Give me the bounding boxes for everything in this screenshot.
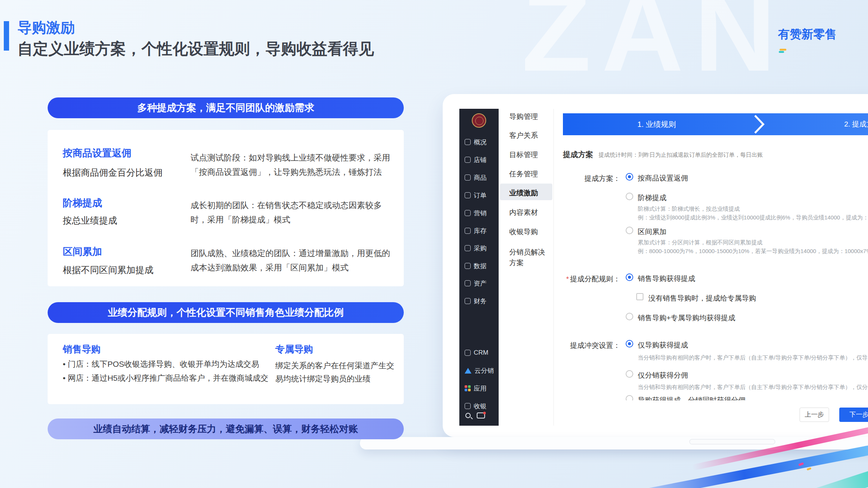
overview-icon (465, 139, 471, 145)
radio-allocation-sales-guide[interactable] (626, 273, 633, 281)
sidebar-item-cloud-distribution[interactable]: 云分销 (465, 366, 494, 375)
brand-mark-icon (780, 49, 786, 51)
order-icon (465, 192, 471, 198)
option-note: 例：8000-10000为7%，10000-15000为10%，若某一导购业绩为… (638, 248, 868, 255)
previous-step-button[interactable]: 上一步 (800, 408, 829, 422)
option-note: 累加式计算：分区间计算，根据不同区间累加提成 (638, 239, 868, 246)
option-note: 阶梯式计算：阶梯式增长，按总业绩提成 (638, 205, 868, 213)
data-icon (465, 263, 471, 269)
sidebar-item-overview[interactable]: 概况 (465, 137, 487, 147)
radio-label[interactable]: 仅导购获得提成 (638, 340, 688, 350)
step-commission-plan[interactable]: 2. 提成方案 (844, 113, 868, 135)
plan-description: 团队成熟、业绩稳定的团队：通过增量激励，用更低的成本达到激励效果，采用「区间累加… (191, 246, 393, 275)
plan-subtitle: 根据不同区间累加提成 (63, 264, 153, 276)
cloud-distribution-icon (465, 368, 471, 374)
sidebar-item-inventory[interactable]: 库存 (465, 226, 487, 235)
submenu-item-customer-relations[interactable]: 客户关系 (509, 131, 538, 141)
option-note: 当分销和导购有相同的客户时，客户下单后（自主下单/导购分享下单/分销分享下单），… (638, 354, 868, 361)
radio-label[interactable]: 仅分销获得分佣 (638, 371, 688, 380)
sidebar-item-apps[interactable]: 应用 (465, 384, 487, 393)
role-point: 门店：线下POS收银选择导购、收银开单均为达成交易 (63, 359, 274, 369)
section-title: 提成方案 (563, 150, 593, 160)
submenu-item-cashier-guide[interactable]: 收银导购 (509, 227, 538, 237)
app-logo[interactable] (472, 113, 486, 128)
banner-commission-plans: 多种提成方案，满足不同团队的激励需求 (48, 97, 404, 118)
radio-label[interactable]: 按商品设置返佣 (638, 173, 688, 183)
page-title: 导购激励 (17, 18, 75, 37)
marketing-icon (465, 210, 471, 216)
checkbox-no-sales-guide[interactable] (636, 293, 643, 300)
store-icon (465, 157, 471, 163)
cashier-icon (465, 403, 471, 409)
sidebar-item-purchase[interactable]: 采购 (465, 244, 487, 253)
sidebar-item-data[interactable]: 数据 (465, 261, 487, 270)
panel-footer: 上一步 下一步 (554, 400, 868, 426)
role-description: 绑定关系的客户在任何渠道产生交易均统计绑定导购员的业绩 (275, 359, 396, 385)
next-step-button[interactable]: 下一步 (839, 408, 868, 422)
apps-icon (465, 385, 471, 391)
plan-description: 成长初期的团队：在销售状态不稳定或动态因素较多时，采用「阶梯提成」模式 (191, 198, 393, 227)
crm-icon (465, 350, 471, 356)
banner-auto-settlement: 业绩自动结算，减轻财务压力，避免漏算、误算，财务轻松对账 (48, 419, 404, 439)
banner-allocation-rules: 业绩分配规则，个性化设置不同销售角色业绩分配比例 (48, 302, 404, 323)
sidebar-item-crm[interactable]: CRM (465, 348, 488, 357)
message-icon[interactable] (477, 412, 485, 419)
sidebar-item-goods[interactable]: 商品 (465, 173, 487, 182)
sidebar-item-orders[interactable]: 订单 (465, 191, 487, 200)
card-commission-plans: 按商品设置返佣 根据商品佣金百分比返佣 试点测试阶段：如对导购线上业绩不做硬性要… (48, 130, 404, 286)
radio-label[interactable]: 销售导购+专属导购均获得提成 (638, 313, 735, 323)
finance-icon (465, 298, 471, 304)
field-label-plan: 提成方案： (554, 174, 620, 184)
sidebar-item-cashier[interactable]: 收银 (465, 402, 487, 411)
role-title: 专属导购 (275, 343, 313, 355)
submenu-item-guide-management[interactable]: 导购管理 (509, 112, 538, 122)
main-sidebar: 概况 店铺 商品 订单 营销 库存 采购 数据 资产 财务 CRM 云分销 应用… (459, 109, 499, 426)
role-title: 销售导购 (63, 343, 101, 355)
required-mark: * (566, 275, 569, 283)
submenu-item-performance-incentive[interactable]: 业绩激励 (509, 188, 538, 198)
radio-allocation-both-guides[interactable] (626, 313, 633, 320)
option-note: 当分销和导购有相同的客户时，客户下单后（自主下单/导购分享下单/分销分享下单），… (638, 384, 868, 391)
plan-title: 按商品设置返佣 (63, 147, 132, 160)
field-label-conflict: 提成冲突设置： (554, 341, 620, 351)
submenu-item-content-material[interactable]: 内容素材 (509, 208, 538, 218)
search-icon[interactable] (465, 413, 471, 418)
submenu-item-goal-management[interactable]: 目标管理 (509, 150, 538, 160)
purchase-icon (465, 245, 471, 251)
radio-plan-product-rebate[interactable] (626, 173, 633, 181)
step-performance-rules[interactable]: 1. 业绩规则 (563, 113, 750, 135)
sidebar-item-assets[interactable]: 资产 (465, 279, 487, 288)
decorative-teal-swoosh (796, 464, 868, 488)
checkbox-label[interactable]: 没有销售导购时，提成给专属导购 (648, 293, 756, 303)
submenu-item-distributor-solution[interactable]: 分销员解决方案 (509, 247, 552, 268)
brand-text: 有赞新零售 (778, 28, 837, 41)
radio-conflict-distribution-only[interactable] (626, 370, 633, 378)
sidebar-item-finance[interactable]: 财务 (465, 297, 487, 306)
admin-app-screenshot: 概况 店铺 商品 订单 营销 库存 采购 数据 资产 财务 CRM 云分销 应用… (459, 109, 868, 426)
page-subtitle: 自定义业绩方案，个性化设置规则，导购收益看得见 (17, 39, 374, 59)
brand-logo: 有赞新零售 (778, 26, 843, 56)
inventory-icon (465, 228, 471, 234)
sidebar-item-store[interactable]: 店铺 (465, 155, 487, 164)
slide: ZAN 导购激励 自定义业绩方案，个性化设置规则，导购收益看得见 有赞新零售 多… (0, 0, 868, 488)
plan-subtitle: 根据商品佣金百分比返佣 (63, 167, 163, 179)
title-accent-bar (4, 21, 9, 51)
radio-plan-tiered[interactable] (626, 193, 633, 200)
radio-label[interactable]: 销售导购获得提成 (638, 274, 695, 284)
sidebar-item-marketing[interactable]: 营销 (465, 208, 487, 218)
decorative-spark (798, 462, 804, 466)
option-note: 例：业绩达到8000提成比例3%，业绩达到10000提成比例6%，导购员业绩14… (638, 214, 868, 221)
radio-plan-range-accumulate[interactable] (626, 227, 633, 234)
radio-label[interactable]: 区间累加 (638, 227, 666, 237)
card-sales-roles: 销售导购 门店：线下POS收银选择导购、收银开单均为达成交易 网店：通过H5或小… (48, 334, 404, 404)
brand-mark-icon (779, 51, 784, 53)
radio-label[interactable]: 阶梯提成 (638, 193, 666, 203)
asset-icon (465, 280, 471, 286)
field-label-allocation: *提成分配规则： (554, 274, 620, 284)
section-note: 提成统计时间：到昨日为止扣减退款订单后的全部订单，每日出账 (598, 151, 763, 159)
submenu-item-task-management[interactable]: 任务管理 (509, 169, 538, 179)
plan-description: 试点测试阶段：如对导购线上业绩不做硬性要求，采用「按商品设置返佣」，让导购先熟悉… (191, 151, 393, 179)
step-progress-bar: 1. 业绩规则 2. 提成方案 (563, 113, 868, 135)
step-chevron-icon (751, 113, 768, 135)
radio-conflict-guide-only[interactable] (626, 340, 633, 347)
